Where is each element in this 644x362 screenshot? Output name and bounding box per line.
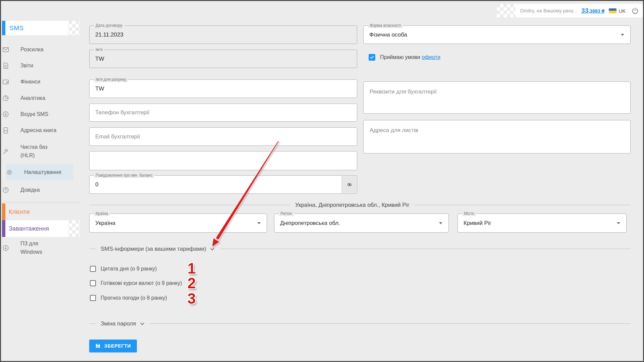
region-select[interactable]: Регіон Дніпропетровська обл. [274, 214, 449, 233]
ownership-select[interactable]: Форма власності Фізична особа [363, 25, 631, 44]
accounting-requisites-textarea[interactable]: Реквізити для бухгалтерії [363, 81, 631, 114]
sidebar-item-label: Налаштування [24, 168, 64, 177]
selected-value: Кривий Ріг [464, 220, 491, 227]
chevron-down-icon [439, 222, 442, 224]
check-icon [370, 55, 374, 60]
informers-section-header[interactable]: SMS-інформери (за вашими тарифами) [96, 245, 220, 253]
selected-value: Фізична особа [369, 32, 407, 38]
balance-link[interactable]: 33,3883 ₴ [581, 7, 604, 14]
logout-button[interactable] [631, 7, 639, 15]
sidebar-item-help[interactable]: Довідка [2, 182, 79, 198]
sidebar-item-label: Вхідні SMS [20, 110, 60, 119]
selected-value: Дніпропетровська обл. [280, 220, 340, 227]
field-placeholder: Email бухгалтерії [95, 133, 140, 140]
chevron-down-icon[interactable] [140, 321, 145, 326]
accounting-email-field[interactable]: Email бухгалтерії [89, 127, 357, 146]
sidebar-item-label: ПЗ для Windows [20, 240, 47, 256]
letters-address-textarea[interactable]: Адреса для листів [363, 120, 631, 154]
offer-text: Приймаю умови [380, 54, 420, 60]
checkbox-label: Готівкові курси валют (о 9 ранку) [101, 280, 182, 286]
sidebar-item-downloads[interactable]: Завантаження [2, 220, 68, 237]
empty-field[interactable] [89, 151, 357, 170]
balance-int: 33 [581, 7, 588, 14]
password-section-divider: Зміна пароля [89, 323, 631, 324]
sidebar-item-clients[interactable]: Клієнти [2, 203, 79, 220]
informers-section-divider: SMS-інформери (за вашими тарифами) [89, 249, 631, 249]
password-section-header[interactable]: Зміна пароля [96, 319, 150, 328]
balance-frac: ,3883 ₴ [588, 8, 604, 14]
chevron-down-icon [617, 222, 620, 224]
sidebar-item-incoming-sms[interactable]: Вхідні SMS [2, 106, 79, 122]
sidebar-item-windows-software[interactable]: ПЗ для Windows [2, 238, 79, 258]
weather-checkbox[interactable] [90, 295, 96, 301]
sidebar-item-hlr[interactable]: Чистка баз (HLR) [2, 141, 79, 162]
informer-option-row: Прогноз погоди (о 8 ранку) [90, 295, 167, 301]
hryvnia-icon: ₴ [346, 183, 353, 186]
account-name-field[interactable]: Ім'я для рахунку TW [89, 79, 357, 98]
annotation-number-1: 1 [187, 261, 196, 276]
sidebar-item-label: Аналітика [20, 94, 60, 103]
field-label: Місто [462, 211, 476, 216]
sidebar-item-address-book[interactable]: Адресна книга [2, 122, 79, 138]
city-select[interactable]: Місто Кривий Ріг [458, 214, 627, 233]
incoming-message-icon [2, 111, 9, 118]
field-placeholder: Адреса для листів [370, 127, 418, 134]
offer-link[interactable]: оферти [422, 54, 440, 60]
language-label: UK [619, 8, 626, 14]
informer-option-row: Цитата дня (о 9 ранку) [90, 266, 157, 272]
informer-option-row: Готівкові курси валют (о 9 ранку) [90, 280, 182, 286]
currency-suffix: ₴ [341, 176, 357, 193]
field-placeholder: Телефон бухгалтерії [95, 109, 150, 116]
save-button[interactable]: ЗБЕРЕГТИ [89, 340, 137, 352]
field-placeholder: Реквізити для бухгалтерії [370, 88, 437, 95]
min-balance-field[interactable]: Повідомлення про мін. баланс 0 ₴ [89, 175, 357, 194]
contract-date-field[interactable]: Дата договору 21.11.2023 [89, 25, 357, 44]
field-label: Дата договору [94, 23, 124, 28]
language-switcher[interactable]: UK [609, 8, 626, 14]
field-value: 21.11.2023 [95, 32, 123, 38]
downloads-label: Завантаження [9, 225, 49, 232]
checkbox-label: Прогноз погоди (о 8 ранку) [101, 295, 167, 301]
brand-accent-bar [2, 21, 5, 35]
sidebar-item-label: Звіти [20, 62, 60, 70]
chevron-down-icon [621, 34, 624, 36]
sidebar-item-analytics[interactable]: Аналітика [2, 90, 79, 106]
annotation-number-3: 3 [187, 291, 196, 306]
brand-logo: SMS [9, 24, 24, 32]
chevron-down-icon[interactable] [210, 246, 215, 252]
checker-decoration [62, 21, 79, 35]
help-icon [2, 186, 9, 194]
quote-checkbox[interactable] [90, 266, 96, 272]
checker-decoration [62, 220, 79, 237]
chevron-down-icon [257, 222, 261, 224]
header-user-card: Dmitry, на Вашому раху... 33,3883 ₴ UK [516, 4, 643, 17]
offer-checkbox[interactable] [369, 54, 375, 61]
name-field[interactable]: Ім'я TW [89, 50, 357, 68]
location-section-divider: Україна, Дніпропетровська обл., Кривий Р… [89, 205, 631, 205]
currency-rates-checkbox[interactable] [90, 280, 96, 286]
offer-consent-row: Приймаю умови оферти [369, 54, 440, 61]
field-value: 0 [95, 181, 98, 188]
ukraine-flag-icon [609, 8, 616, 13]
sidebar-item-finances[interactable]: Фінанси [2, 74, 79, 90]
sidebar-item-reports[interactable]: Звіти [2, 58, 79, 74]
sidebar-item-settings[interactable]: Налаштування [6, 164, 73, 180]
address-book-icon [2, 127, 9, 134]
app-window: Dmitry, на Вашому раху... 33,3883 ₴ UK S… [0, 0, 644, 362]
wrench-icon [2, 148, 9, 155]
brand-row[interactable]: SMS [2, 21, 68, 35]
informers-title: SMS-інформери (за вашими тарифами) [101, 245, 206, 253]
clients-label: Клієнти [9, 208, 30, 216]
report-icon [2, 62, 9, 69]
offer-label: Приймаю умови оферти [380, 54, 440, 60]
sidebar-item-mailing[interactable]: Розсилка [2, 42, 79, 58]
field-label: Регіон [279, 211, 294, 216]
save-button-label: ЗБЕРЕГТИ [104, 343, 131, 349]
annotation-number-2: 2 [187, 276, 196, 291]
country-select[interactable]: Країна Україна [89, 214, 267, 233]
field-value: TW [95, 56, 104, 62]
sidebar-item-label: Адресна книга [20, 126, 60, 135]
accounting-phone-field[interactable]: Телефон бухгалтерії [89, 104, 357, 122]
field-label: Ім'я для рахунку [94, 77, 128, 82]
sidebar-item-label: Довідка [20, 186, 60, 194]
